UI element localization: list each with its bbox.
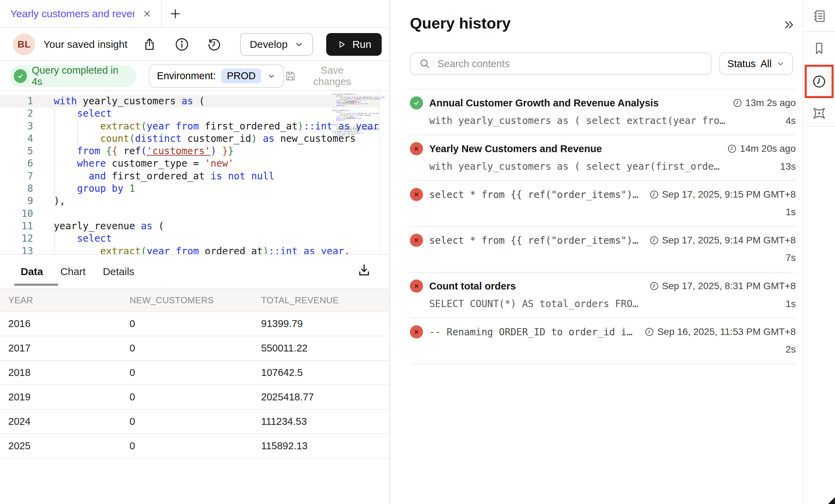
error-status-icon <box>410 142 423 155</box>
search-input[interactable] <box>437 58 704 70</box>
time-text: Sep 17, 2025, 8:31 PM GMT+8 <box>662 281 796 292</box>
info-icon[interactable] <box>174 36 190 52</box>
active-tab-indicator <box>14 284 58 286</box>
chevron-down-icon <box>295 40 303 49</box>
history-clock-icon-active[interactable] <box>805 65 834 98</box>
results-tab-details[interactable]: Details <box>103 266 134 277</box>
line-number: 10 <box>0 208 33 220</box>
time-text: 14m 20s ago <box>740 143 796 154</box>
code-text: count(distinct customer_id) as new_custo… <box>54 133 379 145</box>
history-item[interactable]: select * from {{ ref("order_items")…Sep … <box>410 227 796 273</box>
time-text: Sep 17, 2025, 9:15 PM GMT+8 <box>662 189 796 200</box>
time-text: Sep 16, 2025, 11:53 PM GMT+8 <box>657 326 796 337</box>
history-item[interactable]: -- Renaming ORDER_ID to order_id i…Sep 1… <box>410 318 796 364</box>
environment-selector[interactable]: Environment: PROD <box>149 64 284 88</box>
error-status-icon <box>410 188 423 201</box>
table-row: 20240111234.53 <box>0 409 389 434</box>
code-line[interactable]: 11yearly_revenue as ( <box>0 220 379 232</box>
history-item[interactable]: Annual Customer Growth and Revenue Analy… <box>410 90 796 135</box>
clock-icon <box>727 144 737 154</box>
rail-divider <box>803 126 835 127</box>
develop-button[interactable]: Develop <box>240 33 313 56</box>
error-status-icon <box>410 280 423 293</box>
code-text: group by 1 <box>54 182 379 195</box>
code-line[interactable]: 7 and first_ordered_at is not null <box>0 170 379 182</box>
line-number: 11 <box>0 220 33 232</box>
run-button[interactable]: Run <box>326 33 382 56</box>
develop-button-label: Develop <box>250 39 288 50</box>
query-history-panel: Query history Status All Annual Customer… <box>390 0 803 504</box>
history-item[interactable]: select * from {{ ref("order_items")…Sep … <box>410 181 796 227</box>
history-item-duration: 7s <box>785 252 796 263</box>
history-item-detail: 7s <box>429 252 796 263</box>
chevron-down-icon <box>267 72 276 80</box>
resize-handle[interactable] <box>828 497 835 504</box>
save-changes-button[interactable]: Save changes <box>284 65 362 87</box>
tab-close-icon[interactable] <box>142 9 152 19</box>
history-item-duration: 2s <box>785 344 796 355</box>
line-number: 2 <box>0 107 33 120</box>
history-item-time: Sep 17, 2025, 9:14 PM GMT+8 <box>649 235 796 246</box>
version-history-icon[interactable] <box>206 36 222 52</box>
editor-panel: Yearly customers and revenue BL Your sav… <box>0 0 389 504</box>
code-line[interactable]: 13 extract(year from ordered_at)::int as… <box>0 245 379 255</box>
table-cell: 0 <box>130 312 261 336</box>
tab-yearly-customers-and-revenue[interactable]: Yearly customers and revenue <box>0 0 162 27</box>
history-item[interactable]: Count total ordersSep 17, 2025, 8:31 PM … <box>410 273 796 318</box>
code-text: with yearly_customers as ( <box>54 95 379 107</box>
table-cell: 111234.53 <box>261 409 389 434</box>
code-line[interactable]: 8 group by 1 <box>0 182 379 195</box>
line-number: 12 <box>0 232 33 245</box>
code-text: and first_ordered_at is not null <box>54 170 379 182</box>
results-tab-data[interactable]: Data <box>21 266 43 277</box>
table-row: 20170550011.22 <box>0 336 389 360</box>
clock-icon <box>732 98 743 108</box>
tab-title: Yearly customers and revenue <box>10 8 134 20</box>
collapse-panel-icon[interactable] <box>783 19 795 31</box>
indent-guide <box>77 120 78 145</box>
clock-icon <box>644 327 654 337</box>
code-text: select <box>54 232 379 245</box>
bookmark-icon[interactable] <box>811 41 827 56</box>
code-line[interactable]: 5 from {{ ref('customers') }} <box>0 145 379 157</box>
history-item-title: select * from {{ ref("order_items")… <box>429 235 643 246</box>
table-row: 2016091399.79 <box>0 312 389 336</box>
history-item-detail: SELECT COUNT(*) AS total_orders FRO…1s <box>429 298 796 309</box>
code-line[interactable]: 10 <box>0 208 379 220</box>
history-item-time: Sep 16, 2025, 11:53 PM GMT+8 <box>644 326 796 337</box>
environment-label: Environment: <box>157 70 216 82</box>
share-icon[interactable] <box>142 36 157 52</box>
code-line[interactable]: 12 select <box>0 232 379 245</box>
code-line[interactable]: 3 extract(year from first_ordered_at)::i… <box>0 120 379 133</box>
status-filter-dropdown[interactable]: Status All <box>719 52 793 75</box>
table-cell: 115892.13 <box>261 434 389 458</box>
table-cell: 2017 <box>0 336 130 360</box>
code-line[interactable]: 4 count(distinct customer_id) as new_cus… <box>0 133 379 145</box>
history-item-duration: 4s <box>785 115 796 126</box>
notebook-icon[interactable] <box>811 8 827 24</box>
code-text: yearly_revenue as ( <box>54 220 379 232</box>
sql-code-editor[interactable]: 1with yearly_customers as (2 select3 ext… <box>0 90 389 255</box>
results-tab-chart[interactable]: Chart <box>60 266 85 277</box>
table-cell: 107642.5 <box>261 360 389 385</box>
code-line[interactable]: 6 where customer_type = 'new' <box>0 157 379 170</box>
new-tab-button[interactable] <box>169 7 182 20</box>
code-text: extract(year from first_ordered_at)::int… <box>54 120 379 133</box>
history-item-header: Yearly New Customers and Revenue14m 20s … <box>410 142 796 155</box>
code-text: select <box>54 107 379 120</box>
code-line[interactable]: 2 select <box>0 107 379 120</box>
explore-icon[interactable] <box>811 105 827 121</box>
code-line[interactable]: 1with yearly_customers as ( <box>0 95 379 107</box>
code-line[interactable]: 9), <box>0 195 379 207</box>
history-item-header: -- Renaming ORDER_ID to order_id i…Sep 1… <box>410 325 796 338</box>
code-minimap[interactable]: with yearly_customers as ( select extrac… <box>332 94 378 137</box>
indent-guide <box>54 232 55 255</box>
code-text: extract(year from ordered_at)::int as ye… <box>54 245 379 255</box>
play-icon <box>337 39 347 50</box>
minimap-line: order by 1 <box>332 136 378 137</box>
download-icon[interactable] <box>356 262 372 278</box>
editor-scrollbar[interactable] <box>379 91 389 255</box>
line-number: 3 <box>0 120 33 133</box>
history-item-time: Sep 17, 2025, 8:31 PM GMT+8 <box>649 281 796 292</box>
history-item[interactable]: Yearly New Customers and Revenue14m 20s … <box>410 135 796 181</box>
